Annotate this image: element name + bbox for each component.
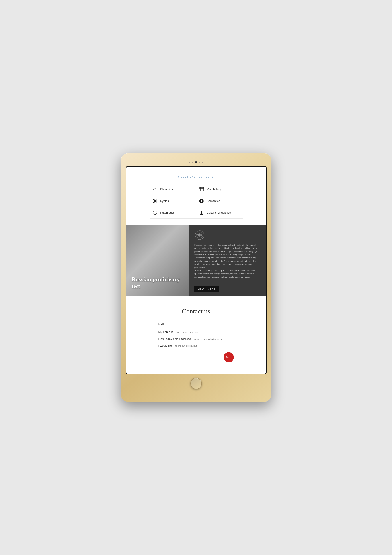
section-item-syntax[interactable]: Syntax [150, 195, 196, 207]
svg-point-12 [153, 201, 154, 201]
section-item-semantics[interactable]: Semantics [196, 195, 243, 207]
sections-grid: Phonetics Morphology [150, 183, 243, 219]
semantics-label: Semantics [207, 199, 220, 203]
name-label: My name is [158, 330, 173, 334]
sections-area: 6 SECTIONS - 18 HOURS [126, 167, 266, 225]
camera-lens [195, 161, 197, 163]
speaker-dot4 [202, 162, 203, 163]
contact-form: Hello, My name is Here is my email addre… [158, 322, 234, 362]
send-button[interactable]: Send [224, 352, 234, 362]
section-item-cultural[interactable]: Cultural Linguistics [196, 207, 243, 219]
ipad-device: 6 SECTIONS - 18 HOURS [121, 153, 271, 402]
learn-more-button[interactable]: LEARN MORE [194, 286, 219, 292]
email-input[interactable] [192, 337, 222, 341]
hero-left-panel: Russian proficiency test [126, 225, 189, 296]
section-item-phonetics[interactable]: Phonetics [150, 183, 196, 195]
section-item-pragmatics[interactable]: Pragmatics [150, 207, 196, 219]
svg-point-31 [201, 235, 202, 236]
device-top-bar [126, 160, 267, 166]
screen-border: 6 SECTIONS - 18 HOURS [126, 166, 267, 374]
cultural-icon [198, 210, 205, 216]
like-row: I would like [158, 344, 234, 348]
contact-section: Contact us Hello, My name is Here is my … [126, 296, 266, 373]
hero-ai-icon [194, 230, 261, 241]
hero-banner: Russian proficiency test [126, 225, 266, 296]
like-label: I would like [158, 344, 173, 347]
speaker-dot [189, 162, 190, 163]
send-btn-container: Send [158, 352, 234, 362]
contact-title: Contact us [140, 307, 253, 315]
hero-title: Russian proficiency test [132, 276, 184, 290]
hero-left-overlay: Russian proficiency test [126, 225, 189, 296]
device-bottom [126, 374, 267, 391]
svg-marker-17 [153, 211, 157, 215]
speaker-dot3 [199, 162, 200, 163]
hero-description: Preparing for examination, Linglab provi… [194, 244, 261, 279]
section-item-morphology[interactable]: Morphology [196, 183, 243, 195]
svg-point-11 [154, 202, 155, 203]
svg-point-30 [197, 234, 198, 235]
sections-subtitle: 6 SECTIONS - 18 HOURS [140, 176, 253, 178]
page-content: 6 SECTIONS - 18 HOURS [126, 167, 266, 373]
semantics-icon [198, 198, 205, 204]
cultural-label: Cultural Linguistics [207, 211, 231, 214]
speaker-dot2 [192, 162, 193, 163]
svg-rect-5 [199, 187, 204, 191]
email-row: Here is my email address [158, 337, 234, 341]
like-input[interactable] [174, 344, 204, 348]
screen: 6 SECTIONS - 18 HOURS [126, 167, 266, 373]
email-label: Here is my email address [158, 337, 191, 341]
svg-rect-19 [201, 212, 202, 214]
name-row: My name is [158, 330, 234, 334]
morphology-label: Morphology [207, 187, 222, 191]
name-input[interactable] [175, 330, 205, 334]
phonetics-icon [152, 186, 158, 192]
home-button[interactable] [190, 378, 202, 389]
syntax-icon [152, 198, 158, 204]
svg-point-10 [154, 199, 155, 200]
svg-rect-4 [156, 190, 157, 190]
hello-text: Hello, [158, 322, 234, 327]
svg-point-8 [154, 200, 156, 202]
phonetics-label: Phonetics [160, 187, 173, 191]
pragmatics-label: Pragmatics [160, 211, 175, 214]
pragmatics-icon [152, 210, 158, 216]
hero-right-panel: Preparing for examination, Linglab provi… [189, 225, 266, 296]
svg-point-13 [156, 201, 157, 201]
syntax-label: Syntax [160, 199, 169, 203]
svg-rect-18 [201, 211, 202, 212]
morphology-icon [198, 186, 205, 192]
